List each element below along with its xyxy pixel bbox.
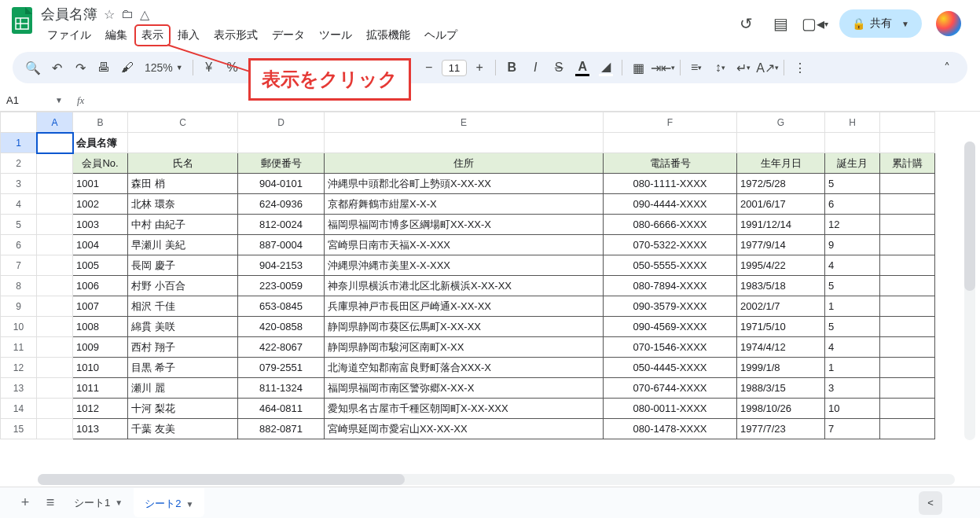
table-cell[interactable] xyxy=(880,174,935,194)
cell[interactable] xyxy=(128,133,238,153)
table-cell[interactable] xyxy=(880,337,935,358)
table-cell[interactable] xyxy=(880,276,935,296)
table-cell[interactable]: 瀬川 麗 xyxy=(128,378,238,399)
row-header[interactable]: 12 xyxy=(1,358,37,378)
table-cell[interactable] xyxy=(880,296,935,317)
row-header[interactable]: 1 xyxy=(1,133,37,153)
table-cell[interactable]: 653-0845 xyxy=(238,296,325,317)
table-header-cell[interactable]: 会員No. xyxy=(73,153,128,174)
table-cell[interactable]: 森田 梢 xyxy=(128,174,238,194)
table-cell[interactable]: 1011 xyxy=(73,378,128,399)
table-header-cell[interactable]: 氏名 xyxy=(128,153,238,174)
cell[interactable] xyxy=(37,235,73,255)
table-cell[interactable]: 1002 xyxy=(73,194,128,215)
table-cell[interactable]: 223-0059 xyxy=(238,276,325,296)
row-header[interactable]: 9 xyxy=(1,296,37,317)
cell[interactable] xyxy=(37,133,73,153)
font-size-increase[interactable]: + xyxy=(468,57,490,79)
font-size-input[interactable]: 11 xyxy=(442,60,467,76)
table-cell[interactable] xyxy=(880,358,935,378)
table-cell[interactable]: 1001 xyxy=(73,174,128,194)
table-cell[interactable]: 1977/9/14 xyxy=(737,235,825,255)
cell[interactable] xyxy=(37,378,73,399)
move-folder-icon[interactable]: 🗀 xyxy=(121,7,134,22)
table-cell[interactable]: 1007 xyxy=(73,296,128,317)
table-cell[interactable]: 1004 xyxy=(73,235,128,255)
table-cell[interactable]: 早瀬川 美紀 xyxy=(128,235,238,255)
table-cell[interactable]: 1009 xyxy=(73,337,128,358)
table-header-cell[interactable]: 誕生月 xyxy=(825,153,880,174)
table-cell[interactable]: 千葉 友美 xyxy=(128,419,238,439)
table-cell[interactable]: 1999/1/8 xyxy=(737,358,825,378)
table-cell[interactable]: 624-0936 xyxy=(238,194,325,215)
table-cell[interactable]: 9 xyxy=(825,235,880,255)
spreadsheet-grid[interactable]: ABCDEFGH1会員名簿2会員No.氏名郵便番号住所電話番号生年月日誕生月累計… xyxy=(0,112,980,465)
table-header-cell[interactable]: 生年月日 xyxy=(737,153,825,174)
table-cell[interactable]: 7 xyxy=(825,419,880,439)
column-header[interactable]: B xyxy=(73,112,128,133)
table-cell[interactable]: 12 xyxy=(825,215,880,235)
table-cell[interactable]: 1983/5/18 xyxy=(737,276,825,296)
table-cell[interactable]: 090-4569-XXXX xyxy=(604,317,737,337)
table-cell[interactable]: 京都府舞鶴市紺屋X-X-X xyxy=(325,194,604,215)
table-cell[interactable]: 2002/1/7 xyxy=(737,296,825,317)
cell[interactable] xyxy=(37,358,73,378)
table-cell[interactable]: 1995/4/22 xyxy=(737,255,825,276)
menu-データ[interactable]: データ xyxy=(266,25,311,46)
table-cell[interactable]: 村野 小百合 xyxy=(128,276,238,296)
table-cell[interactable] xyxy=(880,215,935,235)
cell[interactable] xyxy=(880,133,935,153)
name-box[interactable]: A1▼ xyxy=(0,91,69,109)
table-cell[interactable]: 愛知県名古屋市千種区朝岡町X-XX-XXX xyxy=(325,399,604,419)
row-header[interactable]: 10 xyxy=(1,317,37,337)
table-cell[interactable]: 西村 翔子 xyxy=(128,337,238,358)
table-header-cell[interactable]: 電話番号 xyxy=(604,153,737,174)
column-header[interactable]: F xyxy=(604,112,737,133)
cloud-status-icon[interactable]: △ xyxy=(140,7,149,22)
cell[interactable] xyxy=(37,194,73,215)
table-cell[interactable]: 080-7894-XXXX xyxy=(604,276,737,296)
cell[interactable] xyxy=(37,337,73,358)
menu-挿入[interactable]: 挿入 xyxy=(171,25,206,46)
table-cell[interactable]: 090-3579-XXXX xyxy=(604,296,737,317)
table-cell[interactable] xyxy=(880,317,935,337)
text-wrap-icon[interactable]: ↵▾ xyxy=(732,57,754,79)
table-cell[interactable]: 綿貫 美咲 xyxy=(128,317,238,337)
cell[interactable] xyxy=(37,215,73,235)
column-header[interactable]: H xyxy=(825,112,880,133)
v-align-icon[interactable]: ↕▾ xyxy=(709,57,731,79)
table-cell[interactable]: 080-6666-XXXX xyxy=(604,215,737,235)
table-header-cell[interactable]: 累計購 xyxy=(880,153,935,174)
table-cell[interactable]: 812-0024 xyxy=(238,215,325,235)
table-cell[interactable]: 神奈川県横浜市港北区北新横浜X-XX-XX xyxy=(325,276,604,296)
table-cell[interactable]: 十河 梨花 xyxy=(128,399,238,419)
table-cell[interactable]: 080-0011-XXXX xyxy=(604,399,737,419)
cell[interactable] xyxy=(37,255,73,276)
paint-format-icon[interactable]: 🖌 xyxy=(116,57,138,79)
column-header[interactable]: A xyxy=(37,112,73,133)
table-cell[interactable]: 相沢 千佳 xyxy=(128,296,238,317)
zoom-select[interactable]: 125%▼ xyxy=(140,57,188,79)
h-align-icon[interactable]: ≡▾ xyxy=(685,57,707,79)
row-header[interactable]: 2 xyxy=(1,153,37,174)
table-cell[interactable]: 1013 xyxy=(73,419,128,439)
share-button[interactable]: 🔒 共有 ▼ xyxy=(839,9,922,38)
menu-拡張機能[interactable]: 拡張機能 xyxy=(360,25,417,46)
table-cell[interactable]: 1005 xyxy=(73,255,128,276)
column-header[interactable] xyxy=(880,112,935,133)
table-cell[interactable]: 沖縄県中頭郡北谷町上勢頭X-XX-XX xyxy=(325,174,604,194)
column-header[interactable]: C xyxy=(128,112,238,133)
table-cell[interactable]: 福岡県福岡市博多区綱場町XX-XX-X xyxy=(325,215,604,235)
table-header-cell[interactable]: 住所 xyxy=(325,153,604,174)
strikethrough-icon[interactable]: S xyxy=(548,57,570,79)
cell[interactable] xyxy=(37,296,73,317)
table-cell[interactable]: 沖縄県沖縄市美里X-X-XXX xyxy=(325,255,604,276)
table-cell[interactable]: 1003 xyxy=(73,215,128,235)
cell[interactable] xyxy=(325,133,604,153)
table-cell[interactable] xyxy=(880,255,935,276)
cell[interactable] xyxy=(825,133,880,153)
table-cell[interactable]: 1010 xyxy=(73,358,128,378)
table-cell[interactable]: 887-0004 xyxy=(238,235,325,255)
table-cell[interactable]: 宮崎県日南市天福X-X-XXX xyxy=(325,235,604,255)
table-cell[interactable]: 070-6744-XXXX xyxy=(604,378,737,399)
